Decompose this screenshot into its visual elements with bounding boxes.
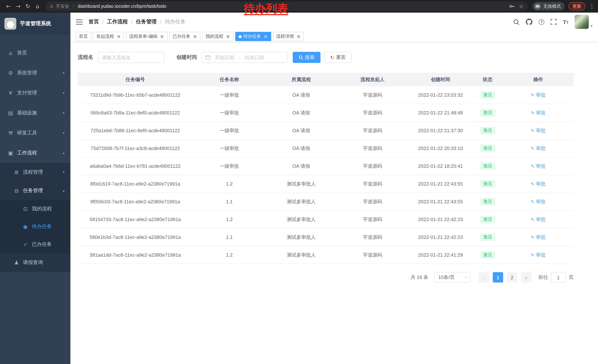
browser-menu-icon[interactable]: ⋮	[589, 3, 594, 10]
cell-status: 激活	[472, 145, 503, 152]
security-label: 不安全	[56, 3, 69, 9]
approve-link[interactable]: ✎ 审批	[531, 127, 546, 134]
status-badge: 激活	[480, 180, 495, 188]
tab-close-icon[interactable]: ×	[264, 34, 268, 39]
status-badge: 激活	[480, 91, 495, 99]
sidebar-item-system[interactable]: ⚙ 系统管理 ▾	[0, 63, 70, 83]
approve-link[interactable]: ✎ 审批	[531, 180, 546, 187]
approve-link[interactable]: ✎ 审批	[531, 163, 546, 170]
cell-actions: ✎ 审批	[503, 180, 573, 187]
column-header-status: 状态	[472, 76, 503, 83]
sidebar-item-todo-task[interactable]: ◉ 待办任务	[0, 218, 70, 235]
approve-link[interactable]: ✎ 审批	[531, 252, 546, 258]
prev-page-button[interactable]: ‹	[479, 272, 489, 283]
edit-pen-icon: ✎	[531, 128, 534, 133]
app-window: 芋道管理系统 ⌂ 首页 ⚙ 系统管理 ▾ ¥ 支付管理 ▾ ▤ 基础设施 ▾ ⚒…	[0, 13, 598, 364]
browser-update-button[interactable]: 更新	[568, 2, 585, 10]
password-key-icon[interactable]	[509, 4, 515, 9]
sidebar-item-home[interactable]: ⌂ 首页	[0, 43, 70, 63]
sidebar-item-infrastructure[interactable]: ▤ 基础设施 ▾	[0, 103, 70, 123]
breadcrumb-item[interactable]: 首页	[89, 18, 99, 25]
start-date-input[interactable]	[213, 55, 236, 60]
column-header-task-name: 任务名称	[193, 76, 266, 83]
logo-image	[4, 18, 16, 30]
reset-button[interactable]: ↻ 重置	[324, 52, 352, 63]
sidebar-item-leave-query[interactable]: ♟ 请假查询	[0, 253, 70, 272]
tab-close-icon[interactable]: ×	[297, 34, 301, 39]
font-size-icon[interactable]: TT	[563, 19, 569, 25]
incognito-badge: 无痕模式	[532, 2, 565, 11]
page-size-select[interactable]: 10条/页 ▾	[434, 272, 470, 283]
tab-5[interactable]: 待办任务 ×	[235, 32, 271, 41]
cell-status: 激活	[472, 127, 503, 134]
breadcrumb-item[interactable]: 工作流程	[107, 18, 128, 25]
browser-home-icon[interactable]: ⌂	[33, 3, 42, 10]
devtools-icon: ⚒	[8, 130, 14, 136]
page-number-button-2[interactable]: 2	[507, 272, 517, 283]
cell-initiator: 芋道源码	[336, 145, 409, 152]
cell-task-name: 1.2	[193, 217, 266, 222]
sidebar-item-label: 流程管理	[23, 169, 43, 176]
github-icon[interactable]	[526, 18, 532, 25]
sidebar-item-done-task[interactable]: ✓ 已办任务	[0, 235, 70, 253]
date-range-picker[interactable]: -	[201, 52, 288, 63]
next-page-button[interactable]: ›	[521, 272, 531, 283]
end-date-input[interactable]	[242, 55, 266, 60]
sidebar-item-my-process[interactable]: ⊡ 我的流程	[0, 200, 70, 218]
edit-pen-icon: ✎	[531, 146, 534, 151]
avatar-caret-icon[interactable]: ▾	[591, 24, 592, 28]
process-name-input[interactable]	[98, 52, 165, 63]
tab-6[interactable]: 流程详情 ×	[273, 32, 304, 41]
tab-3[interactable]: 已办任务 ×	[169, 32, 200, 41]
tab-close-icon[interactable]: ×	[160, 34, 164, 39]
approve-link[interactable]: ✎ 审批	[531, 198, 546, 205]
sidebar-item-payment[interactable]: ¥ 支付管理 ▾	[0, 83, 70, 103]
goto-page-input[interactable]	[551, 272, 566, 283]
bookmark-star-icon[interactable]: ☆	[519, 3, 523, 9]
search-icon[interactable]	[513, 19, 519, 25]
table-body: 73211d9d-7b9b-11ec-b5b7-acde48001122 一级审…	[78, 86, 573, 264]
create-time-label: 创建时间	[176, 54, 197, 61]
cell-process: OA 请假	[266, 109, 336, 116]
fullscreen-icon[interactable]	[551, 19, 556, 25]
approve-link[interactable]: ✎ 审批	[531, 109, 546, 116]
cell-process: OA 请假	[266, 145, 336, 152]
browser-forward-icon[interactable]: →	[13, 3, 23, 10]
browser-reload-icon[interactable]: ↻	[23, 3, 33, 10]
breadcrumb-item[interactable]: 待办任务	[165, 18, 185, 25]
sidebar-item-workflow[interactable]: ▣ 工作流程 ▴	[0, 143, 70, 163]
sidebar-toggle-icon[interactable]	[76, 19, 83, 25]
incognito-label: 无痕模式	[543, 3, 561, 9]
sidebar-item-devtools[interactable]: ⚒ 研发工具 ▾	[0, 123, 70, 143]
tab-close-icon[interactable]: ×	[226, 34, 230, 39]
page-number-button-1[interactable]: 1	[493, 272, 503, 283]
search-button[interactable]: 搜索	[293, 52, 321, 63]
browser-back-icon[interactable]: ←	[4, 3, 13, 10]
screen: ← → ↻ ⌂ ⚠ 不安全 | dashboard.yudao.iocoder.…	[0, 0, 598, 364]
approve-link[interactable]: ✎ 审批	[531, 92, 546, 98]
tab-0[interactable]: 首页	[75, 32, 91, 41]
breadcrumb-item[interactable]: 任务管理	[136, 18, 157, 25]
tab-4[interactable]: 我的流程 ×	[202, 32, 233, 41]
sidebar-menu: ⌂ 首页 ⚙ 系统管理 ▾ ¥ 支付管理 ▾ ▤ 基础设施 ▾ ⚒ 研发工具 ▾…	[0, 35, 70, 272]
user-avatar[interactable]	[575, 15, 589, 29]
sidebar-item-task-manage[interactable]: ⊟ 任务管理 ▴	[0, 181, 70, 200]
tab-close-icon[interactable]: ×	[117, 34, 121, 39]
help-icon[interactable]: ?	[539, 19, 544, 25]
approve-link[interactable]: ✎ 审批	[531, 145, 546, 152]
not-secure-warning-icon: ⚠	[50, 4, 54, 9]
status-badge: 激活	[480, 216, 495, 223]
tab-1[interactable]: 发起流程 ×	[93, 32, 124, 41]
tab-close-icon[interactable]: ×	[193, 34, 197, 39]
cell-initiator: 芋道源码	[336, 127, 409, 134]
calendar-icon	[205, 55, 210, 60]
pagination: 共 16 条 10条/页 ▾ ‹ 1 2 › 前往 页	[78, 272, 573, 283]
sidebar-item-process-manage[interactable]: ≣ 流程管理 ▾	[0, 163, 70, 181]
tags-view: 首页 发起流程 × 流程表单-编辑 × 已办任务 × 我的流程 × 待办任务 ×…	[70, 31, 598, 42]
status-badge: 激活	[480, 251, 495, 259]
approve-link[interactable]: ✎ 审批	[531, 234, 546, 241]
status-badge: 激活	[480, 109, 495, 117]
approve-link[interactable]: ✎ 审批	[531, 216, 546, 223]
cell-task-id: a6aba0a4-7b6d-11ec-b781-acde48001122	[78, 163, 193, 169]
tab-2[interactable]: 流程表单-编辑 ×	[126, 32, 167, 41]
